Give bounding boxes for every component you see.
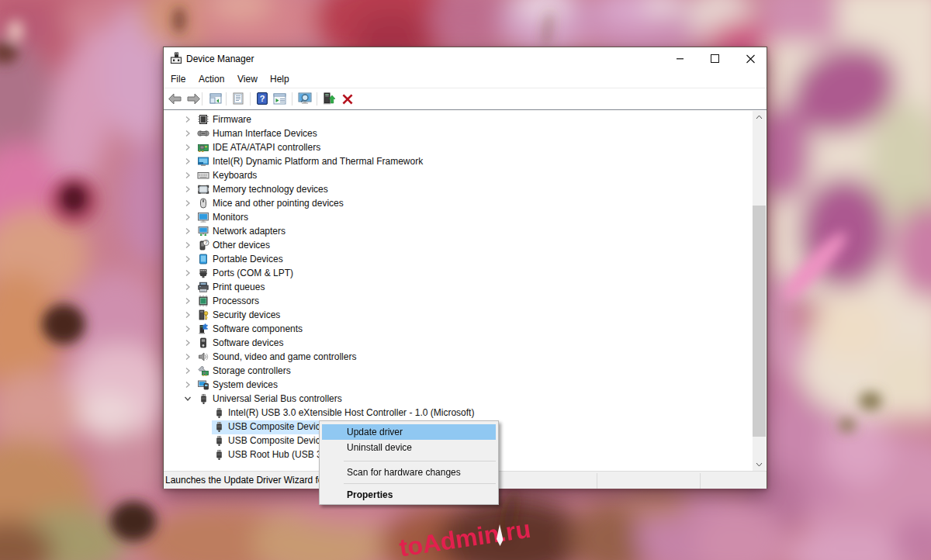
svg-text:?: ? xyxy=(260,94,265,103)
svg-text:?: ? xyxy=(205,240,208,245)
